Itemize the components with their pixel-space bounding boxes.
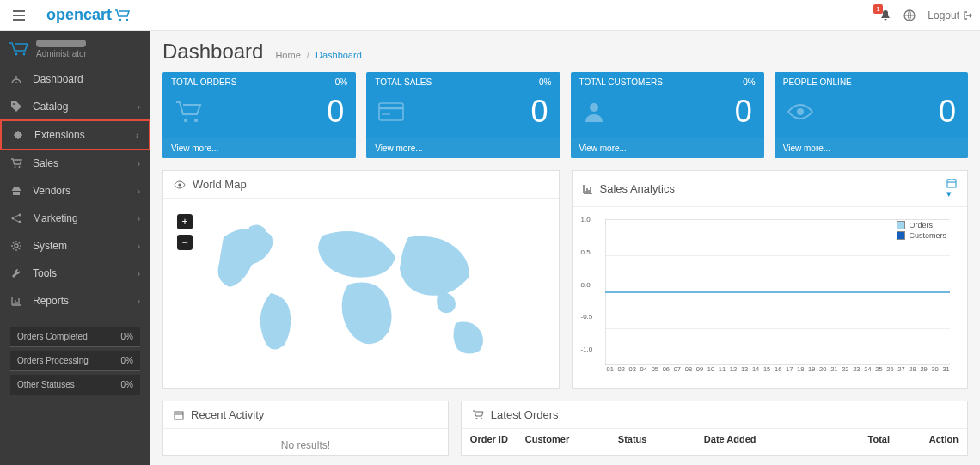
sidebar-item-label: Tools xyxy=(33,267,57,279)
svg-point-11 xyxy=(15,244,18,248)
map-zoom-in-button[interactable]: + xyxy=(177,214,193,229)
latest-orders-header: Order ID Customer Status Date Added Tota… xyxy=(462,429,967,450)
breadcrumb-home[interactable]: Home xyxy=(275,50,300,60)
svg-point-4 xyxy=(23,53,26,56)
logout-icon xyxy=(963,10,973,21)
sidebar-item-system[interactable]: System› xyxy=(0,232,150,260)
svg-rect-20 xyxy=(947,180,956,187)
svg-point-12 xyxy=(184,119,187,122)
sidebar-item-sales[interactable]: Sales› xyxy=(0,150,150,177)
sales-chart: Orders Customers 1.00.50.0-0.5-1.0 xyxy=(581,216,959,379)
chevron-right-icon: › xyxy=(138,242,140,251)
brand-logo[interactable]: opencart xyxy=(46,6,132,24)
hamburger-menu-icon[interactable] xyxy=(7,3,31,28)
world-map-panel: World Map + − xyxy=(162,170,560,389)
sidebar-stat: Other Statuses0% xyxy=(10,375,140,395)
puzzle-icon xyxy=(12,129,28,141)
sidebar-item-reports[interactable]: Reports› xyxy=(0,287,150,315)
sidebar-item-label: Marketing xyxy=(33,212,78,224)
card-value: 0 xyxy=(530,94,548,130)
sidebar-item-tools[interactable]: Tools› xyxy=(0,260,150,287)
share-icon xyxy=(10,212,26,224)
sidebar-item-catalog[interactable]: Catalog› xyxy=(0,93,150,120)
sidebar-item-extensions[interactable]: Extensions› xyxy=(0,119,150,150)
chevron-right-icon: › xyxy=(138,269,140,278)
svg-point-27 xyxy=(475,418,477,419)
globe-icon[interactable] xyxy=(903,9,916,21)
sidebar-item-vendors[interactable]: Vendors› xyxy=(0,177,150,205)
stat-card-total-sales: TOTAL SALES0%0View more... xyxy=(366,72,560,158)
latest-orders-title: Latest Orders xyxy=(491,408,559,421)
stat-card-total-orders: TOTAL ORDERS0%0View more... xyxy=(162,72,356,158)
svg-point-19 xyxy=(178,183,181,186)
vendors-icon xyxy=(10,185,26,197)
svg-rect-14 xyxy=(379,103,403,120)
svg-rect-26 xyxy=(175,412,183,419)
chart-icon xyxy=(10,295,26,307)
sidebar-item-label: Dashboard xyxy=(33,73,83,85)
gear-icon xyxy=(10,240,26,252)
person-icon xyxy=(583,101,605,123)
sidebar-item-label: Extensions xyxy=(34,129,85,141)
sidebar-stat: Orders Completed0% xyxy=(10,327,140,347)
chevron-right-icon: › xyxy=(138,214,140,223)
logout-button[interactable]: Logout xyxy=(928,9,973,21)
card-value: 0 xyxy=(735,94,752,130)
dashboard-icon xyxy=(10,73,26,85)
sidebar-item-label: Reports xyxy=(33,295,69,307)
card-title: TOTAL ORDERS xyxy=(171,77,237,87)
recent-activity-empty: No results! xyxy=(163,429,448,455)
svg-point-3 xyxy=(15,53,18,56)
sidebar-item-label: System xyxy=(33,240,67,252)
sidebar-username-masked xyxy=(36,40,86,47)
eye-icon xyxy=(174,180,186,189)
svg-point-1 xyxy=(126,18,128,20)
card-value: 0 xyxy=(327,94,344,130)
breadcrumb-current[interactable]: Dashboard xyxy=(315,50,362,60)
chevron-right-icon: › xyxy=(138,297,140,306)
sidebar-item-label: Catalog xyxy=(33,101,68,113)
card-title: TOTAL SALES xyxy=(375,77,432,87)
cart-icon xyxy=(175,100,204,124)
chevron-right-icon: › xyxy=(138,102,140,112)
sidebar: Administrator DashboardCatalog›Extension… xyxy=(0,31,150,465)
sidebar-user: Administrator xyxy=(0,31,150,65)
map-zoom-out-button[interactable]: − xyxy=(177,235,193,250)
notification-badge: 1 xyxy=(873,4,882,14)
svg-point-17 xyxy=(590,103,598,112)
page-title: Dashboard xyxy=(162,40,263,64)
svg-point-0 xyxy=(119,18,121,20)
sidebar-user-role: Administrator xyxy=(36,49,87,58)
card-pct: 0% xyxy=(743,77,755,87)
stat-card-people-online: PEOPLE ONLINE0View more... xyxy=(775,72,968,158)
svg-point-6 xyxy=(15,166,16,168)
sidebar-item-label: Vendors xyxy=(33,185,70,197)
world-map-title: World Map xyxy=(193,178,247,191)
recent-activity-title: Recent Activity xyxy=(191,408,264,421)
sidebar-cart-icon xyxy=(9,41,29,57)
card-icon xyxy=(378,102,404,121)
calendar-picker[interactable]: ▾ xyxy=(946,178,957,199)
chart-icon xyxy=(583,184,593,194)
view-more-link[interactable]: View more... xyxy=(366,138,560,158)
card-value: 0 xyxy=(939,94,956,130)
recent-activity-panel: Recent Activity No results! xyxy=(162,401,449,456)
chevron-right-icon: › xyxy=(136,131,138,140)
card-pct: 0% xyxy=(539,77,551,87)
cart-icon xyxy=(472,410,484,420)
view-more-link[interactable]: View more... xyxy=(571,138,764,158)
tag-icon xyxy=(10,101,26,113)
sidebar-item-marketing[interactable]: Marketing› xyxy=(0,205,150,232)
svg-point-5 xyxy=(13,103,15,105)
world-map[interactable] xyxy=(172,207,550,370)
notification-bell-icon[interactable]: 1 xyxy=(879,9,891,21)
svg-point-28 xyxy=(481,418,482,419)
eye-icon xyxy=(787,103,814,120)
view-more-link[interactable]: View more... xyxy=(775,138,968,158)
wrench-icon xyxy=(10,267,26,279)
card-title: TOTAL CUSTOMERS xyxy=(579,77,663,87)
sidebar-item-dashboard[interactable]: Dashboard xyxy=(0,65,150,93)
view-more-link[interactable]: View more... xyxy=(162,138,356,158)
svg-point-13 xyxy=(194,119,198,122)
chevron-right-icon: › xyxy=(138,187,140,196)
